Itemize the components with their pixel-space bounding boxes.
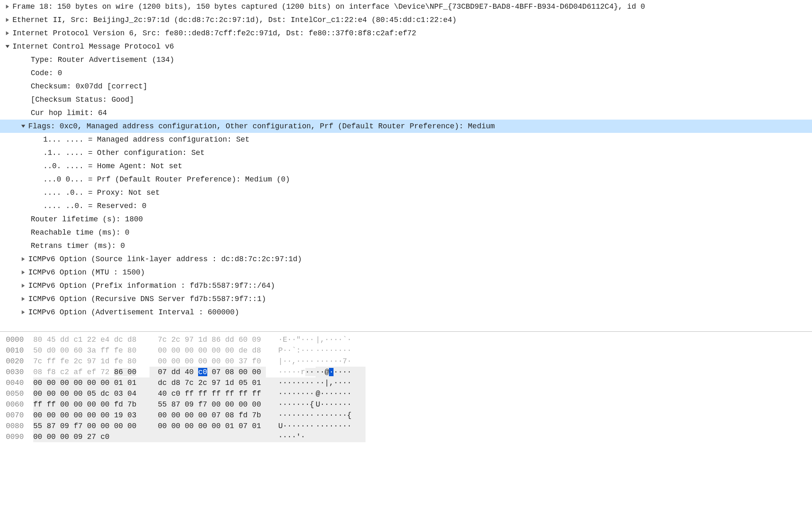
hex-bytes[interactable]: 55 87 09 f7 00 00 00 00 xyxy=(33,421,150,431)
tree-row-flag-p[interactable]: .... .0.. = Proxy: Not set xyxy=(0,186,812,199)
tree-row-flags[interactable]: Flags: 0xc0, Managed address configurati… xyxy=(0,120,812,133)
tree-row-ethernet[interactable]: Ethernet II, Src: BeijingJ_2c:97:1d (dc:… xyxy=(0,13,812,27)
hex-bytes[interactable]: 07 dd 40 c0 07 08 00 00 xyxy=(150,367,266,377)
hex-bytes[interactable]: 00 00 00 09 27 c0 xyxy=(33,431,150,442)
tree-row-ipv6[interactable]: Internet Protocol Version 6, Src: fe80::… xyxy=(0,27,812,40)
expand-arrow-icon[interactable] xyxy=(18,270,28,275)
tree-row-retrans[interactable]: Retrans timer (ms): 0 xyxy=(0,239,812,252)
tree-text: Frame 18: 150 bytes on wire (1200 bits),… xyxy=(12,0,645,13)
hex-bytes[interactable]: 08 f8 c2 af ef 72 86 00 xyxy=(33,367,150,377)
hex-ascii: ········ xyxy=(266,410,316,421)
hex-bytes[interactable]: 00 00 00 00 00 00 37 f0 xyxy=(150,356,266,367)
expand-arrow-icon[interactable] xyxy=(2,4,12,9)
hex-bytes[interactable]: 00 00 00 00 00 01 07 01 xyxy=(150,421,266,431)
hex-bytes[interactable]: 40 c0 ff ff ff ff ff ff xyxy=(150,388,266,399)
tree-row-code[interactable]: Code: 0 xyxy=(0,66,812,80)
tree-row-opt5[interactable]: ICMPv6 Option (Advertisement Interval : … xyxy=(0,306,812,319)
tree-text: Internet Protocol Version 6, Src: fe80::… xyxy=(12,27,416,40)
hex-bytes[interactable]: dc d8 7c 2c 97 1d 05 01 xyxy=(150,377,266,388)
expand-arrow-icon[interactable] xyxy=(18,257,28,262)
hex-offset: 0040 xyxy=(0,377,33,388)
hex-row[interactable]: 000080 45 dd c1 22 e4 dc d87c 2c 97 1d 8… xyxy=(0,334,812,345)
tree-text: Retrans timer (ms): 0 xyxy=(31,239,125,252)
hex-ascii: ········ xyxy=(266,377,316,388)
hex-dump-pane[interactable]: 000080 45 dd c1 22 e4 dc d87c 2c 97 1d 8… xyxy=(0,332,812,451)
tree-text: Ethernet II, Src: BeijingJ_2c:97:1d (dc:… xyxy=(12,13,456,27)
hex-row[interactable]: 005000 00 00 00 05 dc 03 0440 c0 ff ff f… xyxy=(0,388,812,399)
tree-row-opt4[interactable]: ICMPv6 Option (Recursive DNS Server fd7b… xyxy=(0,292,812,306)
expand-arrow-icon[interactable] xyxy=(18,283,28,288)
tree-row-opt3[interactable]: ICMPv6 Option (Prefix information : fd7b… xyxy=(0,279,812,292)
hex-bytes[interactable]: 00 00 00 00 00 00 01 01 xyxy=(33,377,150,388)
tree-row-flag-m[interactable]: 1... .... = Managed address configuratio… xyxy=(0,133,812,146)
hex-row[interactable]: 001050 d0 00 60 3a ff fe 8000 00 00 00 0… xyxy=(0,345,812,356)
packet-details-pane[interactable]: Frame 18: 150 bytes on wire (1200 bits),… xyxy=(0,0,812,332)
hex-offset: 0000 xyxy=(0,334,33,345)
tree-text: ..0. .... = Home Agent: Not set xyxy=(43,159,182,173)
expand-arrow-icon[interactable] xyxy=(2,17,12,22)
hex-row[interactable]: 007000 00 00 00 00 00 19 0300 00 00 00 0… xyxy=(0,410,812,421)
hex-offset: 0090 xyxy=(0,431,33,442)
hex-offset: 0010 xyxy=(0,345,33,356)
tree-row-icmpv6[interactable]: Internet Control Message Protocol v6 xyxy=(0,40,812,53)
hex-offset: 0060 xyxy=(0,399,33,410)
hex-bytes[interactable] xyxy=(150,431,266,442)
tree-row-type[interactable]: Type: Router Advertisement (134) xyxy=(0,53,812,66)
tree-row-flag-h[interactable]: ..0. .... = Home Agent: Not set xyxy=(0,159,812,173)
hex-bytes[interactable]: 00 00 00 00 00 00 de d8 xyxy=(150,345,266,356)
hex-ascii: ·····r·· xyxy=(266,367,316,377)
hex-row[interactable]: 0060ff ff 00 00 00 00 fd 7b55 87 09 f7 0… xyxy=(0,399,812,410)
hex-ascii: ········ xyxy=(266,388,316,399)
tree-row-frame[interactable]: Frame 18: 150 bytes on wire (1200 bits),… xyxy=(0,0,812,13)
hex-row[interactable]: 00207c ff fe 2c 97 1d fe 8000 00 00 00 0… xyxy=(0,356,812,367)
tree-text: Internet Control Message Protocol v6 xyxy=(12,40,174,53)
tree-text: ICMPv6 Option (Prefix information : fd7b… xyxy=(28,279,275,292)
hex-bytes[interactable]: 50 d0 00 60 3a ff fe 80 xyxy=(33,345,150,356)
tree-text: ICMPv6 Option (Source link-layer address… xyxy=(28,252,302,266)
tree-row-curhop[interactable]: Cur hop limit: 64 xyxy=(0,106,812,120)
hex-ascii: ········ xyxy=(316,345,366,356)
tree-text: ...0 0... = Prf (Default Router Preferen… xyxy=(43,173,290,186)
tree-row-opt1[interactable]: ICMPv6 Option (Source link-layer address… xyxy=(0,252,812,266)
hex-row[interactable]: 008055 87 09 f7 00 00 00 0000 00 00 00 0… xyxy=(0,421,812,431)
expand-arrow-icon[interactable] xyxy=(18,310,28,315)
tree-row-router-lifetime[interactable]: Router lifetime (s): 1800 xyxy=(0,213,812,226)
hex-ascii: @······· xyxy=(316,388,366,399)
expand-arrow-icon[interactable] xyxy=(2,31,12,36)
tree-text: 1... .... = Managed address configuratio… xyxy=(43,133,250,146)
hex-row[interactable]: 003008 f8 c2 af ef 72 86 0007 dd 40 c0 0… xyxy=(0,367,812,377)
tree-row-flag-o[interactable]: .1.. .... = Other configuration: Set xyxy=(0,146,812,159)
hex-offset: 0020 xyxy=(0,356,33,367)
hex-bytes[interactable]: 00 00 00 00 00 00 19 03 xyxy=(33,410,150,421)
tree-row-checksum-status[interactable]: [Checksum Status: Good] xyxy=(0,93,812,106)
tree-row-checksum[interactable]: Checksum: 0x07dd [correct] xyxy=(0,80,812,93)
hex-offset: 0050 xyxy=(0,388,33,399)
collapse-arrow-icon[interactable] xyxy=(18,124,28,129)
hex-ascii: ········ xyxy=(316,421,366,431)
hex-bytes[interactable]: 80 45 dd c1 22 e4 dc d8 xyxy=(33,334,150,345)
hex-bytes[interactable]: 7c ff fe 2c 97 1d fe 80 xyxy=(33,356,150,367)
tree-text: Checksum: 0x07dd [correct] xyxy=(31,80,147,93)
expand-arrow-icon[interactable] xyxy=(18,296,28,301)
hex-ascii: ·······{ xyxy=(316,410,366,421)
hex-ascii: U······· xyxy=(316,399,366,410)
hex-bytes[interactable]: 00 00 00 00 07 08 fd 7b xyxy=(150,410,266,421)
hex-bytes[interactable]: 7c 2c 97 1d 86 dd 60 09 xyxy=(150,334,266,345)
tree-text: Router lifetime (s): 1800 xyxy=(31,213,143,226)
tree-row-flag-prf[interactable]: ...0 0... = Prf (Default Router Preferen… xyxy=(0,173,812,186)
hex-bytes[interactable]: 00 00 00 00 05 dc 03 04 xyxy=(33,388,150,399)
hex-ascii: ·E··"··· xyxy=(266,334,316,345)
tree-text: Flags: 0xc0, Managed address configurati… xyxy=(28,120,495,133)
tree-row-flag-r[interactable]: .... ..0. = Reserved: 0 xyxy=(0,199,812,213)
hex-row[interactable]: 004000 00 00 00 00 00 01 01dc d8 7c 2c 9… xyxy=(0,377,812,388)
hex-row[interactable]: 009000 00 00 09 27 c0····'· xyxy=(0,431,812,442)
hex-ascii: ····'· xyxy=(266,431,316,442)
hex-ascii: U······· xyxy=(266,421,316,431)
hex-ascii: ·······{ xyxy=(266,399,316,410)
hex-bytes[interactable]: ff ff 00 00 00 00 fd 7b xyxy=(33,399,150,410)
collapse-arrow-icon[interactable] xyxy=(2,44,12,49)
tree-text: Type: Router Advertisement (134) xyxy=(31,53,174,66)
tree-row-reachable[interactable]: Reachable time (ms): 0 xyxy=(0,226,812,239)
hex-bytes[interactable]: 55 87 09 f7 00 00 00 00 xyxy=(150,399,266,410)
tree-row-opt2[interactable]: ICMPv6 Option (MTU : 1500) xyxy=(0,266,812,279)
